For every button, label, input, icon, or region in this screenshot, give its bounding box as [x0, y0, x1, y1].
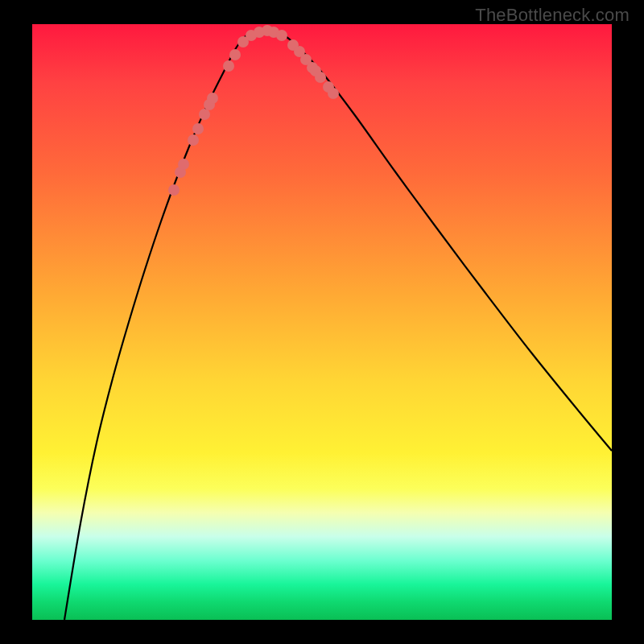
watermark-text: TheBottleneck.com [475, 5, 630, 26]
highlight-dot [199, 109, 210, 120]
highlight-dot [276, 30, 287, 41]
plot-area [32, 24, 612, 620]
outer-frame: TheBottleneck.com [0, 0, 644, 644]
highlight-dots [168, 25, 339, 196]
highlight-dot [168, 184, 180, 196]
highlight-dot [328, 88, 339, 99]
highlight-dot [315, 72, 326, 83]
curve-svg [32, 24, 612, 620]
highlight-dot [178, 159, 189, 170]
highlight-dot [223, 60, 234, 72]
highlight-dot [207, 93, 218, 104]
bottleneck-curve [64, 30, 612, 620]
highlight-dot [229, 49, 241, 60]
highlight-dot [188, 134, 199, 146]
highlight-dot [192, 123, 204, 134]
